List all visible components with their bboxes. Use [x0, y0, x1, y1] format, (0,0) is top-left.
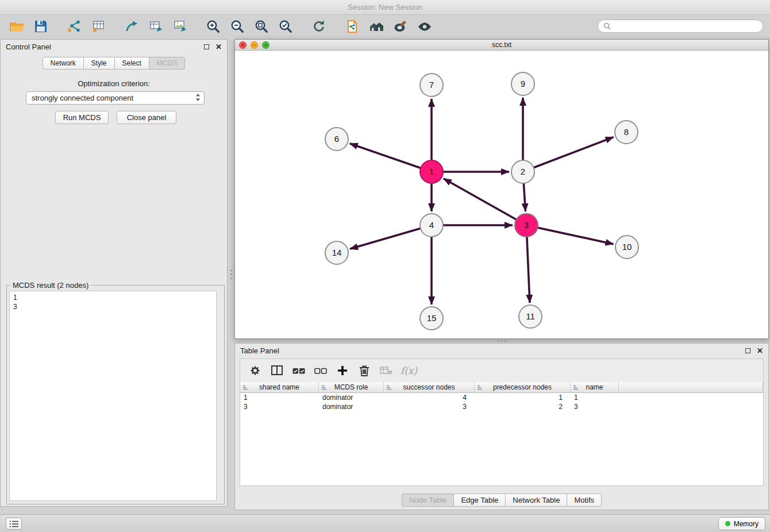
table-cell[interactable]: 3: [240, 402, 319, 411]
table-cell[interactable]: dominator: [319, 393, 384, 402]
memory-button[interactable]: Memory: [718, 517, 765, 530]
split-panel-button[interactable]: [267, 361, 287, 380]
window-titlebar[interactable]: Session: New Session: [0, 0, 770, 15]
delete-row-button[interactable]: [355, 361, 374, 380]
mcds-result-title: MCDS result (2 nodes): [10, 281, 91, 290]
export-network-button[interactable]: [120, 17, 144, 36]
task-history-button[interactable]: [6, 518, 22, 530]
svg-text:7: 7: [429, 80, 434, 90]
zoom-fit-button[interactable]: [249, 17, 274, 36]
graph-edge-3-1[interactable]: [444, 179, 517, 219]
graph-edge-2-3[interactable]: [523, 183, 525, 211]
graph-node-2[interactable]: 2: [511, 160, 534, 183]
select-all-button[interactable]: [289, 361, 309, 380]
float-panel-icon[interactable]: [204, 44, 209, 49]
tab-style[interactable]: Style: [84, 57, 115, 70]
save-session-button[interactable]: [29, 17, 53, 36]
tab-edge-table[interactable]: Edge Table: [454, 494, 506, 507]
search-icon: [603, 22, 611, 30]
graph-edge-2-8[interactable]: [534, 137, 614, 168]
tab-network-table[interactable]: Network Table: [506, 494, 567, 507]
graph-node-14[interactable]: 14: [325, 241, 348, 264]
optimization-criterion-select[interactable]: strongly connected component: [26, 91, 205, 105]
apply-style-button[interactable]: [388, 17, 413, 36]
table-cell[interactable]: 3: [384, 402, 475, 411]
window-resize-grip[interactable]: [496, 339, 507, 343]
graph-edge-4-14[interactable]: [350, 229, 421, 249]
export-table-button[interactable]: [144, 17, 168, 36]
close-panel-button[interactable]: Close panel: [117, 111, 176, 124]
close-panel-icon[interactable]: ✕: [215, 43, 222, 51]
graph-node-15[interactable]: 15: [420, 307, 443, 330]
graph-node-3[interactable]: 3: [515, 214, 538, 237]
delete-table-button[interactable]: [376, 361, 396, 380]
table-row[interactable]: 3dominator323: [240, 402, 763, 411]
float-table-panel-icon[interactable]: [745, 348, 750, 353]
network-file-icon: [345, 19, 360, 34]
search-box[interactable]: [598, 20, 763, 33]
table-cell[interactable]: 1: [240, 393, 319, 402]
graph-node-1[interactable]: 1: [420, 160, 443, 183]
graph-node-8[interactable]: 8: [615, 121, 638, 144]
graph-node-4[interactable]: 4: [420, 214, 443, 237]
application-window: Session: New Session: [0, 0, 770, 532]
unselect-all-button[interactable]: [311, 361, 330, 380]
network-file-share-button[interactable]: [340, 17, 364, 36]
export-image-button[interactable]: [168, 17, 192, 36]
table-cell[interactable]: 4: [384, 393, 475, 402]
tab-network[interactable]: Network: [43, 57, 84, 70]
close-table-panel-icon[interactable]: ✕: [757, 347, 763, 354]
network-canvas[interactable]: 7968124310141511: [235, 51, 768, 338]
table-row[interactable]: 1dominator411: [240, 393, 763, 402]
graph-node-6[interactable]: 6: [325, 128, 348, 151]
mcds-result-text[interactable]: 1 3: [9, 291, 217, 501]
zoom-out-button[interactable]: [225, 17, 249, 36]
column-settings-button[interactable]: [245, 361, 265, 380]
network-window-titlebar[interactable]: × − + scc.txt: [235, 40, 768, 51]
function-builder-button[interactable]: f(x): [398, 365, 419, 376]
import-network-button[interactable]: [62, 17, 86, 36]
run-mcds-button[interactable]: Run MCDS: [55, 111, 109, 124]
close-window-button[interactable]: ×: [239, 41, 247, 49]
column-header-name[interactable]: name: [571, 382, 619, 393]
graph-node-9[interactable]: 9: [511, 72, 534, 95]
graph-edge-1-6[interactable]: [350, 144, 421, 168]
zoom-in-icon: [206, 19, 221, 34]
graph-node-7[interactable]: 7: [420, 74, 443, 97]
minimize-window-button[interactable]: −: [251, 41, 258, 49]
table-cell[interactable]: dominator: [319, 402, 384, 411]
tab-motifs[interactable]: Motifs: [567, 494, 602, 507]
tab-node-table[interactable]: Node Table: [402, 494, 455, 507]
import-table-button[interactable]: [86, 17, 110, 36]
tab-select[interactable]: Select: [115, 57, 149, 70]
graph-node-10[interactable]: 10: [615, 236, 638, 259]
panel-splitter[interactable]: [228, 265, 234, 283]
table-cell[interactable]: 1: [475, 393, 571, 402]
table-cell[interactable]: 1: [571, 393, 619, 402]
graph-edge-3-10[interactable]: [538, 228, 614, 244]
add-row-button[interactable]: [333, 361, 352, 380]
network-view-window: × − + scc.txt 7968124310141511: [234, 39, 769, 339]
maximize-window-button[interactable]: +: [262, 41, 270, 49]
main-toolbar: [0, 15, 770, 38]
svg-text:6: 6: [334, 134, 339, 144]
refresh-layout-button[interactable]: [307, 17, 331, 36]
zoom-selected-button[interactable]: [274, 17, 298, 36]
search-input[interactable]: [614, 22, 757, 30]
open-session-button[interactable]: [5, 17, 29, 36]
table-cell[interactable]: 2: [475, 402, 571, 411]
table-cell-filler: [619, 402, 763, 411]
column-header-mcds-role[interactable]: MCDS role: [319, 382, 384, 393]
table-cell[interactable]: 3: [571, 402, 619, 411]
status-bar: Memory: [0, 514, 770, 532]
first-neighbors-button[interactable]: [364, 17, 388, 36]
zoom-in-button[interactable]: [201, 17, 225, 36]
column-header-predecessor-nodes[interactable]: predecessor nodes: [475, 382, 571, 393]
column-header-successor-nodes[interactable]: successor nodes: [384, 382, 475, 393]
tab-mcds[interactable]: MCDS: [149, 57, 185, 70]
show-graphics-details-button[interactable]: [413, 17, 437, 36]
graph-node-11[interactable]: 11: [519, 305, 542, 328]
column-header-shared-name[interactable]: shared name: [240, 382, 319, 393]
delete-table-icon: [379, 363, 394, 378]
graph-edge-3-11[interactable]: [527, 237, 530, 303]
